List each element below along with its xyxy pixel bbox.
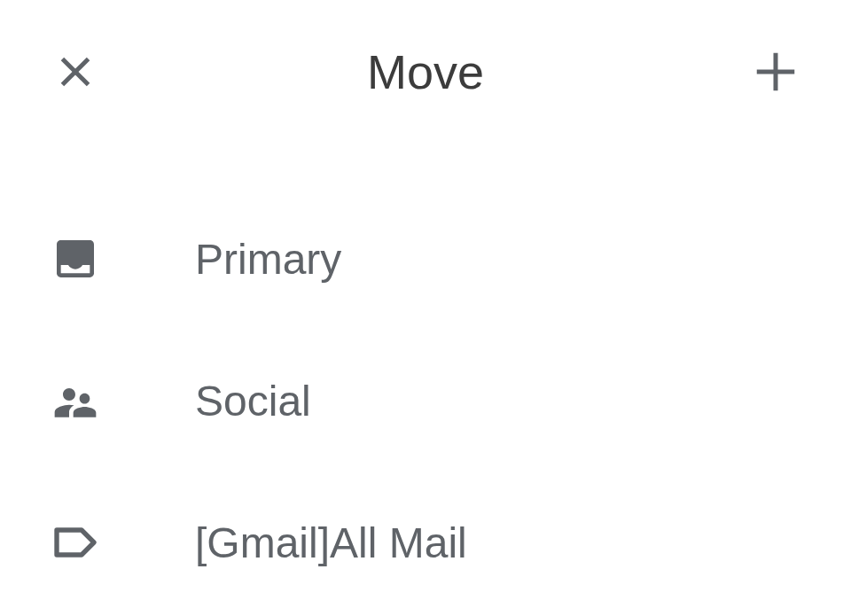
folder-item-all-mail[interactable]: [Gmail]All Mail [0, 472, 851, 613]
folder-item-primary[interactable]: Primary [0, 188, 851, 330]
folder-item-label: [Gmail]All Mail [195, 519, 467, 567]
inbox-icon [49, 232, 102, 285]
add-button[interactable] [749, 45, 802, 98]
close-icon [56, 52, 95, 91]
plus-icon [753, 50, 798, 94]
header: Move [0, 0, 851, 135]
folder-item-label: Social [195, 377, 311, 425]
page-title: Move [102, 44, 749, 99]
folder-list: Primary Social [Gmail]All Mail [0, 135, 851, 613]
close-button[interactable] [49, 45, 102, 98]
label-icon [49, 516, 102, 569]
people-icon [49, 374, 102, 427]
folder-item-social[interactable]: Social [0, 330, 851, 472]
folder-item-label: Primary [195, 235, 341, 284]
